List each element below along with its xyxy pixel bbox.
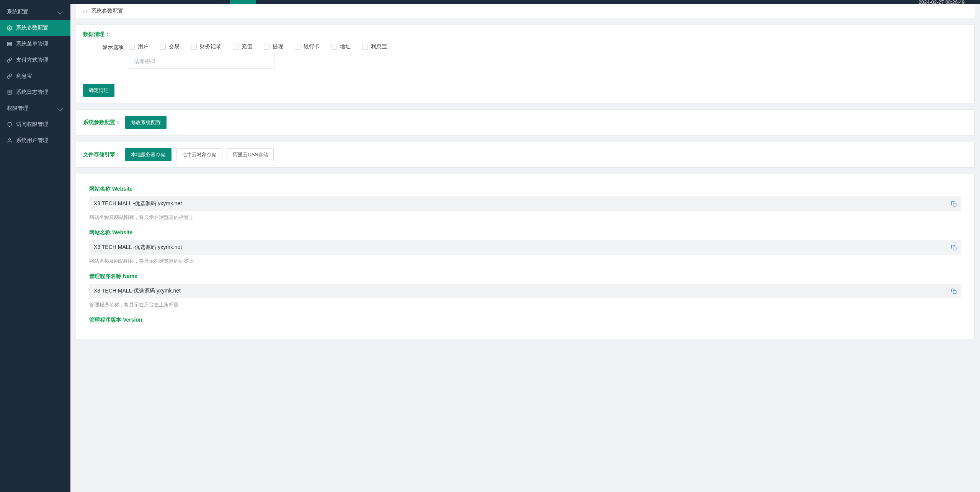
timestamp: 2024-02-27 08:26:49 <box>918 0 965 5</box>
link-icon <box>7 57 12 63</box>
checkbox-item-user[interactable]: 用户 <box>129 43 149 50</box>
sidebar-item-label: 访问权限管理 <box>16 121 48 128</box>
doc-icon <box>7 90 12 95</box>
config-label: 管理程序名称 Name <box>89 273 961 280</box>
svg-point-8 <box>9 139 11 141</box>
checkbox-label: 提现 <box>273 43 283 50</box>
storage-option-local[interactable]: 本地服务器存储 <box>125 148 172 161</box>
sidebar-item-label: 利息宝 <box>16 73 32 80</box>
svg-rect-11 <box>953 290 956 293</box>
config-desc: 网站名称及网站图标，将显示在浏览器的标签上 <box>89 214 961 221</box>
modify-config-button[interactable]: 修改系统配置 <box>125 116 167 129</box>
checkbox-item-recharge[interactable]: 充值 <box>233 43 252 50</box>
checkbox-item-address[interactable]: 地址 <box>331 43 351 50</box>
options-row: 显示选项 用户 交易 财务记录 充值 提现 银行卡 地址 利息宝 <box>83 43 967 69</box>
clean-password-input[interactable] <box>129 55 274 69</box>
config-value: X3 TECH MALL -优选源码 yxymk.net <box>89 240 961 255</box>
top-header: 2024-02-27 08:26:49 <box>0 0 980 4</box>
main-content: 系统参数配置 数据清理： 显示选项 用户 交易 财务记录 充值 提现 银行卡 地… <box>70 0 980 492</box>
app-container: 系统配置 系统参数配置 系统菜单管理 支付方式管理 利息宝 <box>0 0 980 492</box>
sidebar-item-label: 系统用户管理 <box>16 137 48 144</box>
checkbox-label: 交易 <box>169 43 180 50</box>
sidebar-item-label: 系统菜单管理 <box>16 41 48 47</box>
sidebar-item-payment[interactable]: 支付方式管理 <box>0 52 70 68</box>
panel-title: 系统参数配置： <box>83 119 121 126</box>
config-list-panel: 网站名称 Website X3 TECH MALL -优选源码 yxymk.ne… <box>76 174 975 339</box>
svg-rect-9 <box>953 203 956 206</box>
link-icon <box>7 74 12 79</box>
sidebar-item-label: 支付方式管理 <box>16 57 48 64</box>
sidebar: 系统配置 系统参数配置 系统菜单管理 支付方式管理 利息宝 <box>0 0 70 492</box>
checkbox-item-finance[interactable]: 财务记录 <box>191 43 221 50</box>
config-value: X3 TECH MALL-优选源码 yxymk.net <box>89 284 961 298</box>
config-label: 网站名称 Website <box>89 186 961 193</box>
gear-icon <box>7 25 12 31</box>
config-label: 网站名称 Website <box>89 229 961 236</box>
copy-icon[interactable] <box>951 288 957 294</box>
checkbox-label: 利息宝 <box>371 43 387 50</box>
sidebar-group-system[interactable]: 系统配置 <box>0 4 70 20</box>
options-label: 显示选项 <box>83 43 129 51</box>
storage-option-qiniu[interactable]: 七牛云对象存储 <box>176 148 222 161</box>
storage-panel: 文件存储引擎： 本地服务器存储 七牛云对象存储 阿里云OSS存储 <box>76 142 975 168</box>
checkbox-icon[interactable] <box>129 44 135 50</box>
confirm-clean-button[interactable]: 确定清理 <box>83 84 114 97</box>
config-desc: 网站名称及网站图标，将显示在浏览器的标签上 <box>89 258 961 265</box>
sidebar-item-label: 系统日志管理 <box>16 89 48 96</box>
checkbox-label: 地址 <box>340 43 351 50</box>
chevron-right-icon <box>85 10 88 13</box>
sidebar-item-user[interactable]: 系统用户管理 <box>0 132 70 149</box>
header-accent <box>230 0 256 4</box>
config-item-website1: 网站名称 Website X3 TECH MALL -优选源码 yxymk.ne… <box>89 186 961 221</box>
checkbox-icon[interactable] <box>160 44 166 50</box>
chevron-down-icon <box>57 9 63 15</box>
sidebar-group-label: 权限管理 <box>7 105 28 112</box>
checkbox-label: 用户 <box>138 43 149 50</box>
svg-point-0 <box>9 27 10 29</box>
checkbox-item-withdraw[interactable]: 提现 <box>264 43 283 50</box>
svg-rect-1 <box>8 42 12 43</box>
sidebar-item-menu[interactable]: 系统菜单管理 <box>0 36 70 52</box>
sidebar-item-access[interactable]: 访问权限管理 <box>0 116 70 132</box>
breadcrumb-title: 系统参数配置 <box>91 8 123 15</box>
chevron-down-icon <box>57 106 63 111</box>
config-item-version: 管理程序版本 Version <box>89 317 961 324</box>
config-value-text: X3 TECH MALL-优选源码 yxymk.net <box>94 288 181 294</box>
checkbox-icon[interactable] <box>362 44 368 50</box>
checkbox-item-trade[interactable]: 交易 <box>160 43 180 50</box>
config-value-text: X3 TECH MALL -优选源码 yxymk.net <box>94 244 182 251</box>
checkbox-icon[interactable] <box>191 44 197 50</box>
user-icon <box>7 138 12 143</box>
data-clean-panel: 数据清理： 显示选项 用户 交易 财务记录 充值 提现 银行卡 地址 利息宝 <box>76 25 975 103</box>
storage-option-aliyun[interactable]: 阿里云OSS存储 <box>227 148 274 161</box>
config-desc: 管理程序名称，将显示在后台左上角标题 <box>89 301 961 308</box>
sidebar-group-label: 系统配置 <box>7 8 28 15</box>
config-item-name: 管理程序名称 Name X3 TECH MALL-优选源码 yxymk.net … <box>89 273 961 308</box>
svg-rect-3 <box>8 45 12 46</box>
checkbox-icon[interactable] <box>331 44 337 50</box>
svg-rect-10 <box>953 247 956 250</box>
svg-rect-2 <box>8 44 12 44</box>
config-value: X3 TECH MALL -优选源码 yxymk.net <box>89 196 961 211</box>
checkbox-label: 财务记录 <box>200 43 221 50</box>
list-icon <box>7 41 12 47</box>
copy-icon[interactable] <box>951 245 957 250</box>
checkbox-icon[interactable] <box>295 44 301 50</box>
sidebar-group-permission[interactable]: 权限管理 <box>0 100 70 116</box>
checkbox-icon[interactable] <box>264 44 270 50</box>
checkbox-item-interest[interactable]: 利息宝 <box>362 43 387 50</box>
checkbox-icon[interactable] <box>233 44 238 50</box>
sidebar-item-sysparam[interactable]: 系统参数配置 <box>0 20 70 36</box>
sidebar-item-log[interactable]: 系统日志管理 <box>0 84 70 100</box>
sidebar-item-interest[interactable]: 利息宝 <box>0 68 70 84</box>
copy-icon[interactable] <box>951 201 957 207</box>
checkbox-label: 银行卡 <box>304 43 320 50</box>
sysparam-panel: 系统参数配置： 修改系统配置 <box>76 110 975 136</box>
breadcrumb: 系统参数配置 <box>76 4 975 18</box>
shield-icon <box>7 122 12 127</box>
panel-title: 数据清理： <box>83 31 967 38</box>
checkbox-item-bank[interactable]: 银行卡 <box>295 43 320 50</box>
config-value-text: X3 TECH MALL -优选源码 yxymk.net <box>94 200 182 207</box>
checkbox-line: 用户 交易 财务记录 充值 提现 银行卡 地址 利息宝 <box>129 43 967 50</box>
panel-title: 文件存储引擎： <box>83 151 121 158</box>
